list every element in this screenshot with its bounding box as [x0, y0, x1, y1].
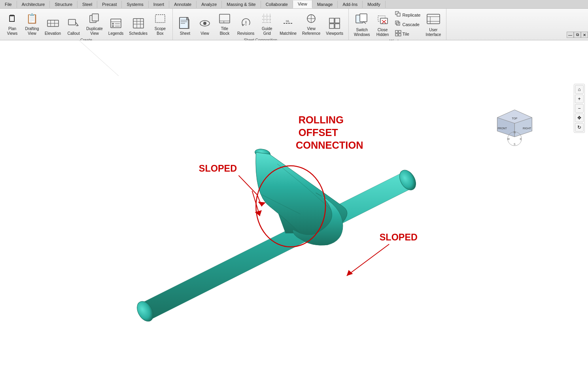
svg-text:W: W: [507, 138, 510, 140]
schedules-label: Schedules: [129, 31, 147, 36]
svg-point-26: [203, 22, 206, 25]
restore-button[interactable]: ⧉: [574, 32, 581, 38]
viewports-button[interactable]: Viewports: [324, 15, 345, 37]
elevation-button[interactable]: Elevation: [43, 15, 63, 37]
schedules-button[interactable]: Schedules: [127, 15, 149, 37]
pan-button[interactable]: ✥: [575, 113, 584, 122]
elevation-icon: [46, 16, 60, 30]
sheet-button[interactable]: Sheet: [176, 15, 194, 37]
tile-button[interactable]: Tile: [393, 29, 422, 38]
rolling-offset-text-2: OFFSET: [299, 127, 338, 138]
svg-text:N: N: [514, 131, 516, 134]
zoom-out-button[interactable]: −: [575, 104, 584, 113]
title-block-button[interactable]: TitleBlock: [216, 10, 234, 37]
user-interface-label: UserInterface: [425, 28, 441, 37]
close-button[interactable]: ✕: [581, 32, 588, 38]
navigation-bar: ⌂ + − ✥ ↻: [574, 84, 585, 133]
legends-button[interactable]: Legends: [106, 15, 125, 37]
scope-box-label: ScopeBox: [155, 26, 166, 36]
drafting-view-label: DraftingView: [25, 26, 39, 36]
sheet-label: Sheet: [180, 31, 190, 36]
close-hidden-icon: [376, 13, 390, 27]
replicate-icon: [395, 11, 401, 19]
svg-rect-56: [397, 22, 400, 25]
svg-rect-61: [427, 14, 440, 24]
zoom-extent-button[interactable]: ⌂: [575, 85, 584, 94]
create-group-items: 🗒 PlanViews 📋 DraftingView Elevation: [3, 10, 169, 37]
svg-rect-60: [399, 34, 401, 36]
switch-windows-button[interactable]: SwitchWindows: [352, 11, 372, 38]
tab-collaborate[interactable]: Collaborate: [261, 1, 293, 8]
rolling-offset-text-1: ROLLING: [299, 114, 344, 125]
minimize-button[interactable]: —: [567, 32, 574, 38]
svg-rect-27: [219, 14, 230, 23]
drafting-view-button[interactable]: 📋 DraftingView: [23, 10, 41, 37]
tab-precast[interactable]: Precast: [97, 1, 122, 8]
tab-annotate[interactable]: Annotate: [169, 1, 197, 8]
zoom-in-button[interactable]: +: [575, 95, 584, 103]
close-hidden-button[interactable]: CloseHidden: [374, 11, 392, 38]
tab-file[interactable]: File: [0, 1, 17, 8]
scope-box-button[interactable]: ScopeBox: [151, 10, 169, 37]
svg-rect-59: [395, 34, 398, 36]
tab-modify[interactable]: Modify: [363, 1, 385, 8]
svg-rect-4: [68, 19, 76, 25]
pipe-diagram: ROLLING OFFSET CONNECTION SLOPED SLOPED: [0, 40, 588, 365]
tab-analyze[interactable]: Analyze: [197, 1, 222, 8]
view-button[interactable]: View: [196, 15, 214, 37]
close-hidden-label: CloseHidden: [376, 28, 389, 37]
sloped-arrow-bottom: [347, 244, 389, 276]
guide-grid-button[interactable]: GuideGrid: [258, 10, 276, 37]
svg-text:FRONT: FRONT: [497, 127, 507, 130]
switch-windows-icon: [355, 13, 369, 27]
replicate-button[interactable]: Replicate: [393, 10, 422, 19]
view-reference-button[interactable]: ViewReference: [300, 10, 322, 37]
tab-structure[interactable]: Structure: [50, 1, 78, 8]
plan-views-label: PlanViews: [7, 26, 18, 36]
svg-text:S: S: [514, 143, 516, 146]
revisions-button[interactable]: Revisions: [235, 15, 256, 37]
cascade-button[interactable]: Cascade: [393, 20, 422, 29]
main-canvas: ROLLING OFFSET CONNECTION SLOPED SLOPED: [0, 40, 588, 365]
view-icon: [198, 16, 212, 30]
sloped-arrowhead-top: [258, 202, 266, 206]
matchline-button[interactable]: ML Matchline: [278, 15, 299, 37]
tab-manage[interactable]: Manage: [312, 1, 338, 8]
svg-rect-45: [329, 24, 334, 28]
svg-rect-46: [335, 24, 340, 28]
ribbon: 🗒 PlanViews 📋 DraftingView Elevation: [0, 9, 588, 40]
plan-views-button[interactable]: 🗒 PlanViews: [3, 10, 21, 37]
guide-grid-icon: [260, 11, 274, 26]
svg-rect-20: [155, 15, 165, 23]
svg-rect-48: [360, 14, 367, 22]
svg-rect-54: [397, 13, 400, 16]
tab-addins[interactable]: Add-Ins: [338, 1, 363, 8]
elbow-joint: [256, 152, 347, 245]
user-interface-button[interactable]: UserInterface: [424, 11, 443, 38]
tab-insert[interactable]: Insert: [149, 1, 170, 8]
duplicate-view-icon: [87, 11, 102, 26]
duplicate-view-button[interactable]: DuplicateView: [84, 10, 105, 37]
cascade-icon: [395, 21, 401, 28]
svg-text:TOP: TOP: [512, 117, 517, 120]
view-reference-icon: [304, 11, 318, 26]
ribbon-group-sheet: Sheet View: [173, 9, 349, 40]
tab-steel[interactable]: Steel: [78, 1, 97, 8]
svg-rect-13: [112, 25, 114, 27]
svg-rect-55: [395, 21, 399, 24]
title-block-label: TitleBlock: [220, 26, 229, 36]
svg-text:E: E: [520, 138, 522, 140]
tab-systems[interactable]: Systems: [122, 1, 148, 8]
tab-massing[interactable]: Massing & Site: [222, 1, 261, 8]
svg-rect-43: [329, 18, 334, 23]
duplicate-view-label: DuplicateView: [86, 26, 103, 36]
rolling-offset-text-3: CONNECTION: [296, 140, 363, 151]
schedules-icon: [131, 16, 146, 30]
sheet-group-items: Sheet View: [176, 10, 345, 37]
tab-view[interactable]: View: [293, 0, 312, 8]
orbit-button[interactable]: ↻: [575, 123, 584, 132]
callout-button[interactable]: Callout: [64, 15, 83, 37]
tab-architecture[interactable]: Architecture: [17, 1, 50, 8]
ribbon-group-windows: SwitchWindows CloseHidden: [349, 9, 446, 40]
sheet-icon: [178, 16, 192, 30]
